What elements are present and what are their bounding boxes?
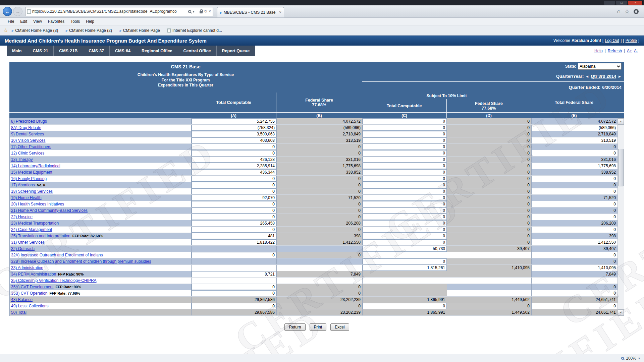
- refresh-icon[interactable]: ↻: [204, 9, 207, 13]
- row-link[interactable]: 25) Translation and Interpretation: [11, 234, 70, 238]
- cell-c[interactable]: 0: [363, 163, 447, 169]
- help-link[interactable]: Help: [594, 49, 603, 53]
- excel-button[interactable]: Excel: [330, 323, 349, 331]
- nav-item-main[interactable]: Main: [7, 46, 27, 56]
- quarter-next-icon[interactable]: ►: [618, 74, 622, 78]
- menu-item-help[interactable]: Help: [83, 19, 97, 24]
- row-link[interactable]: 48) Balance: [11, 297, 33, 302]
- font-increase-link[interactable]: A+: [627, 49, 632, 53]
- row-link[interactable]: 8A) Drug Rebate: [11, 125, 41, 130]
- menu-item-view[interactable]: View: [30, 19, 45, 24]
- nav-item-central-office[interactable]: Central Office: [178, 46, 217, 56]
- row-link[interactable]: 14) Laboratory/Radiological: [11, 164, 60, 168]
- row-link[interactable]: 22) Hospice: [11, 215, 33, 219]
- home-icon[interactable]: ⌂: [617, 8, 620, 15]
- row-link[interactable]: 35) Citizenship Verification Technology-…: [11, 278, 97, 283]
- cell-c[interactable]: 1,815,261: [363, 265, 447, 271]
- row-link[interactable]: 21) Home And Community-Based Services: [11, 208, 88, 213]
- row-link[interactable]: 20) Health Services Initiatives: [11, 202, 64, 206]
- cell-c[interactable]: 0: [363, 258, 447, 264]
- scroll-down-icon[interactable]: ▼: [618, 309, 624, 316]
- cell-a[interactable]: 0: [192, 188, 277, 194]
- cell-c[interactable]: 0: [363, 303, 447, 309]
- quarter-prev-icon[interactable]: ◄: [585, 74, 589, 78]
- cell-a[interactable]: 0: [192, 303, 277, 309]
- chevron-down-icon[interactable]: ▾: [193, 9, 195, 13]
- cell-a[interactable]: 0: [192, 284, 277, 290]
- state-select[interactable]: Alabama: [578, 63, 622, 70]
- cell-c[interactable]: 0: [363, 169, 447, 175]
- favorite-link[interactable]: eCMSnet Home Page (2): [65, 28, 112, 33]
- close-button[interactable]: ×: [628, 1, 643, 5]
- row-link[interactable]: 35A) CVT Development: [11, 285, 54, 289]
- nav-item-regional-office[interactable]: Regional Office: [136, 46, 178, 56]
- cell-c[interactable]: 0: [363, 125, 447, 131]
- cell-a[interactable]: 426,128: [192, 157, 277, 163]
- address-bar[interactable]: https://65.220.21.9/MBESCBES/CMS21/CMS21…: [25, 7, 213, 16]
- logout-link[interactable]: Log Out: [605, 38, 619, 43]
- cell-c[interactable]: 0: [363, 195, 447, 201]
- cell-a[interactable]: (758,324): [192, 125, 277, 131]
- row-link[interactable]: 49) Less: Collections: [11, 304, 48, 308]
- row-link[interactable]: 8) Prescribed Drugs: [11, 119, 47, 124]
- row-link[interactable]: 17) Abortions: [11, 183, 35, 187]
- favorites-star-icon[interactable]: ☆: [625, 8, 630, 15]
- row-link[interactable]: 18) Screening Services: [11, 189, 53, 194]
- cell-a[interactable]: 436,344: [192, 169, 277, 175]
- scroll-up-icon[interactable]: ▲: [618, 118, 624, 125]
- cell-c[interactable]: 0: [363, 214, 447, 220]
- font-decrease-link[interactable]: A-: [634, 49, 638, 53]
- cell-c[interactable]: 0: [363, 150, 447, 156]
- cell-a[interactable]: 0: [192, 214, 277, 220]
- scrollbar-thumb[interactable]: [618, 149, 624, 186]
- nav-item-cms-21b[interactable]: CMS-21B: [54, 46, 83, 56]
- return-button[interactable]: Return: [284, 323, 305, 331]
- row-link[interactable]: 32) Outreach: [11, 246, 35, 251]
- menu-item-edit[interactable]: Edit: [17, 19, 30, 24]
- profile-link[interactable]: Profile: [626, 38, 637, 43]
- maximize-button[interactable]: □: [616, 1, 627, 5]
- nav-item-cms-37[interactable]: CMS-37: [83, 46, 110, 56]
- favorite-link[interactable]: eCMSnet Home Page (3): [11, 28, 58, 33]
- menu-item-file[interactable]: File: [5, 19, 17, 24]
- row-link[interactable]: 24) Case Management: [11, 227, 52, 232]
- cell-a[interactable]: 5,242,755: [192, 118, 277, 124]
- cell-a[interactable]: 2,285,914: [192, 163, 277, 169]
- row-link[interactable]: 23) Medical Transportation: [11, 221, 59, 226]
- cell-a[interactable]: 0: [192, 227, 277, 233]
- menu-item-tools[interactable]: Tools: [67, 19, 83, 24]
- cell-c[interactable]: 0: [363, 118, 447, 124]
- cell-a[interactable]: 0: [192, 201, 277, 207]
- browser-tab[interactable]: e MBES/CBES - CMS 21 Base ×: [217, 7, 284, 17]
- cell-a[interactable]: 265,458: [192, 220, 277, 226]
- row-link[interactable]: 32A) Increased Outreach and Enrollment o…: [11, 253, 103, 257]
- favorite-link[interactable]: Internet Explorer cannot d...: [167, 28, 222, 33]
- cell-a[interactable]: 0: [192, 252, 277, 258]
- quarter-link[interactable]: Qtr 3rd 2014: [591, 74, 616, 79]
- cell-c[interactable]: 0: [363, 233, 447, 239]
- nav-item-cms-21[interactable]: CMS-21: [27, 46, 54, 56]
- scrollbar-track[interactable]: [618, 125, 624, 309]
- cell-c[interactable]: 0: [363, 188, 447, 194]
- row-link[interactable]: 19) Home Health: [11, 195, 42, 200]
- nav-item-cms-64[interactable]: CMS-64: [110, 46, 136, 56]
- back-button[interactable]: ←: [3, 7, 12, 16]
- row-link[interactable]: 33) Administration: [11, 265, 43, 270]
- zoom-control[interactable]: 100% ▾: [617, 354, 644, 362]
- cell-c[interactable]: 0: [363, 131, 447, 137]
- row-link[interactable]: 9) Dental Services: [11, 132, 44, 136]
- cell-a[interactable]: 1,818,422: [192, 239, 277, 245]
- cell-c[interactable]: 0: [363, 157, 447, 163]
- scrollbar[interactable]: ▲ ▼: [618, 118, 624, 316]
- cell-a[interactable]: 8,721: [192, 271, 277, 277]
- cell-a[interactable]: 0: [192, 207, 277, 214]
- refresh-link[interactable]: Refresh: [608, 49, 622, 53]
- cell-a[interactable]: 0: [192, 290, 277, 296]
- cell-c[interactable]: 0: [363, 227, 447, 233]
- row-link[interactable]: 35B) CVT Operation: [11, 291, 48, 296]
- cell-c[interactable]: 0: [363, 137, 447, 143]
- cell-c[interactable]: 0: [363, 207, 447, 214]
- print-button[interactable]: Print: [310, 323, 327, 331]
- cell-a[interactable]: 0: [192, 182, 277, 188]
- gear-icon[interactable]: [634, 9, 639, 14]
